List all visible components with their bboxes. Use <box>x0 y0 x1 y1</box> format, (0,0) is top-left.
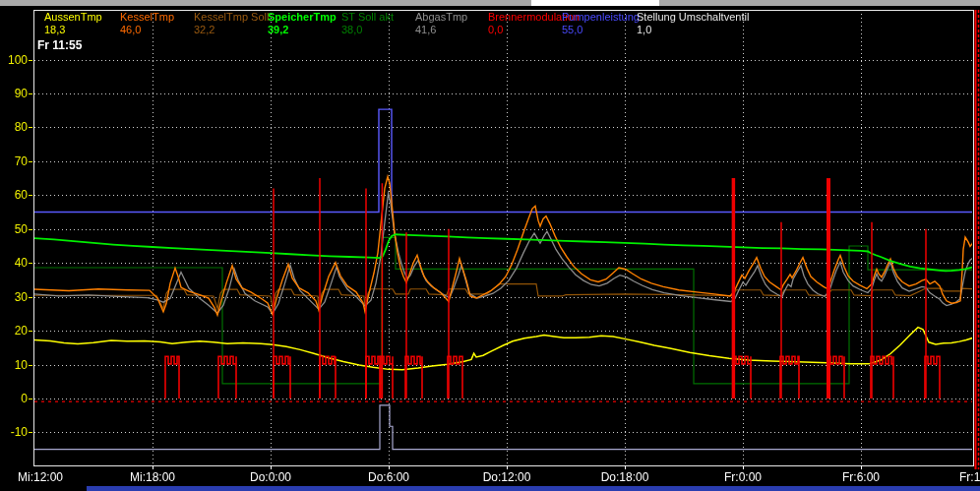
x-tick-label: Fr:12:00 <box>959 471 980 483</box>
x-tick-label: Do:6:00 <box>359 471 418 483</box>
scrollbar-thumb[interactable] <box>531 0 659 6</box>
series-name: Stellung Umschaltventil <box>637 11 749 23</box>
y-tick-label: 70 <box>0 155 28 167</box>
legend-item-st-soll-akt: ST Soll akt38,0 <box>341 11 394 35</box>
y-tick-label: 80 <box>0 121 28 133</box>
series-name: AbgasTmp <box>415 11 467 23</box>
x-tick-label: Do:12:00 <box>477 471 536 483</box>
series-current-value: 55,0 <box>562 24 640 35</box>
series-name: AussenTmp <box>44 11 102 23</box>
y-tick-label: 0 <box>0 393 28 404</box>
legend: AussenTmp18,3KesselTmp46,0KesselTmp Soll… <box>0 10 973 39</box>
series-current-value: 32,2 <box>194 24 269 35</box>
series-name: KesselTmp <box>120 11 174 23</box>
series-current-value: 46,0 <box>120 24 174 35</box>
horizontal-scrollbar[interactable] <box>0 0 980 6</box>
y-tick-label: 10 <box>0 359 28 371</box>
y-tick-label: 30 <box>0 291 28 303</box>
y-tick-label: 50 <box>0 223 28 235</box>
series-current-value: 39,2 <box>268 24 337 35</box>
legend-item-kesseltmp: KesselTmp46,0 <box>120 11 174 35</box>
legend-item-stellung-umschaltventil: Stellung Umschaltventil1,0 <box>637 11 749 35</box>
x-tick-label: Do:18:00 <box>595 471 654 483</box>
datalogger-window: AussenTmp18,3KesselTmp46,0KesselTmp Soll… <box>0 0 980 491</box>
chart-canvas[interactable] <box>0 0 980 491</box>
y-tick-label: 20 <box>0 325 28 337</box>
series-current-value: 1,0 <box>637 24 749 35</box>
legend-item-kesseltmp-soll: KesselTmp Soll32,2 <box>194 11 269 35</box>
y-tick-label: -10 <box>0 426 28 438</box>
x-tick-label: Mi:18:00 <box>123 471 182 483</box>
y-tick-label: 60 <box>0 189 28 201</box>
series-current-value: 18,3 <box>44 24 102 35</box>
legend-item-aussentmp: AussenTmp18,3 <box>44 11 102 35</box>
series-name: ST Soll akt <box>341 11 394 23</box>
x-tick-label: Do:0:00 <box>241 471 300 483</box>
series-current-value: 41,6 <box>415 24 467 35</box>
series-current-value: 38,0 <box>341 24 394 35</box>
bottom-window-edge <box>87 486 980 491</box>
legend-item-speichertmp: SpeicherTmp39,2 <box>268 11 337 35</box>
legend-item-pumpenleistung: Pumpenleistung55,0 <box>562 11 640 35</box>
x-tick-label: Fr:6:00 <box>831 471 890 483</box>
series-name: SpeicherTmp <box>268 11 337 23</box>
cursor-timestamp: Fr 11:55 <box>37 38 82 52</box>
y-tick-label: 40 <box>0 257 28 269</box>
legend-item-abgastmp: AbgasTmp41,6 <box>415 11 467 35</box>
y-tick-label: 100 <box>0 54 28 66</box>
series-name: KesselTmp Soll <box>194 11 269 23</box>
x-tick-label: Mi:12:00 <box>18 471 63 483</box>
x-tick-label: Fr:0:00 <box>713 471 772 483</box>
y-tick-label: 90 <box>0 88 28 99</box>
series-name: Pumpenleistung <box>562 11 640 23</box>
